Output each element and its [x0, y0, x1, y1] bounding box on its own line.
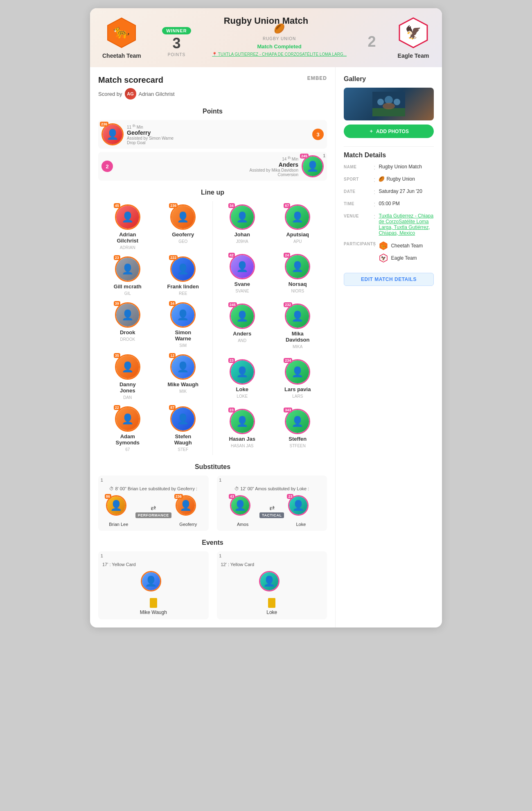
- svg-text:🐆: 🐆: [113, 24, 130, 39]
- participant-cheetah: 🐆 Cheetah Team: [379, 241, 423, 251]
- left-score: 3: [172, 36, 180, 51]
- gallery-image: [344, 88, 434, 120]
- event1-player: Mike Waugh: [140, 609, 167, 615]
- player-card-frank: 👤 222 Frank linden REE: [167, 256, 199, 296]
- avatar-lars: 👤 234: [285, 359, 310, 385]
- points-section-title: Points: [98, 108, 327, 115]
- sub1-from-player: 👤 86 Brian Lee: [106, 495, 131, 527]
- avatar-hasan: 👤 23: [230, 409, 255, 434]
- avatar-svane: 👤 42: [230, 254, 255, 279]
- match-title: Rugby Union Match: [224, 16, 309, 26]
- body-layout: Match scorecard EMBED Scored by AG Adria…: [90, 67, 442, 628]
- detail-participants-row: PARTICIPANTS : 🐆 Cheetah Team 🦅: [344, 241, 434, 263]
- participant-eagle: 🦅 Eagle Team: [379, 253, 423, 263]
- svg-point-9: [383, 103, 395, 109]
- team-left-name: Cheetah Team: [102, 52, 141, 59]
- events-section-title: Events: [98, 539, 327, 546]
- player-ring-anders: 👤 245: [302, 155, 324, 177]
- player-card-mike: 👤 12 Mike Waugh MIK: [167, 354, 199, 400]
- venue-icon: 📍: [212, 52, 217, 57]
- team-right-block: 🦅 Eagle Team: [397, 16, 430, 59]
- number-badge-anders: 245: [300, 154, 309, 159]
- detail-time-row: TIME : 05:00 PM: [344, 201, 434, 208]
- detail-venue-value[interactable]: Tuxtla Gutierrez - Chiapa de CorzoSatéli…: [379, 213, 434, 236]
- match-venue[interactable]: 📍 TUXTLA GUTIERREZ - CHIAPA DE CORZOSATÉ…: [212, 52, 347, 57]
- player-card-adrian: 👤 45 Adrian Gilchrist ADRIAN: [111, 204, 144, 250]
- sub2-header: ⏱ 12' 00" Amos substituted by Loke :: [221, 486, 323, 491]
- player-card-drook: 👤 39 Drook DROOK: [111, 302, 144, 348]
- participant-cheetah-name: Cheetah Team: [391, 243, 423, 249]
- left-score-block: WINNER 3 POINTS: [162, 27, 191, 57]
- sub2-players: 👤 43 Amos ⇄ TACTICAL 👤 23: [221, 495, 323, 527]
- detail-name-label: NAME: [344, 164, 370, 169]
- sub2-from-player: 👤 43 Amos: [230, 495, 255, 527]
- sub2-to-avatar: 👤 23: [288, 495, 313, 521]
- event2-yellow-card: [268, 598, 275, 608]
- add-photos-button[interactable]: ＋ ADD PHOTOS: [344, 125, 434, 138]
- sub-block-1: 1 ⏱ 8' 00" Brian Lee substituted by Geof…: [98, 476, 209, 531]
- sub2-to-player: 👤 23 Loke: [288, 495, 313, 527]
- edit-match-button[interactable]: EDIT MATCH DETAILS: [344, 273, 434, 286]
- sub1-header: ⏱ 8' 00" Brian Lee substituted by Geofer…: [102, 486, 205, 491]
- left-team-lineup: 👤 45 Adrian Gilchrist ADRIAN 👤 236 Geofe…: [98, 201, 212, 455]
- event1-avatar: 👤: [141, 571, 166, 596]
- embed-button[interactable]: EMBED: [307, 75, 327, 81]
- player-card-geoferry: 👤 236 Geoferry GEO: [167, 204, 199, 250]
- svg-text:🐆: 🐆: [381, 243, 386, 249]
- event2-team-num: 1: [219, 554, 222, 558]
- scored-by-label: Scored by: [98, 91, 122, 97]
- detail-name-value: Rugby Union Match: [379, 164, 422, 170]
- team-right-logo: 🦅: [397, 16, 430, 49]
- event-block-1: 1 17' : Yellow Card 👤 Mike Waugh: [98, 551, 209, 619]
- player-card-anders2: 👤 245 Anders AND: [226, 304, 259, 353]
- avatar-anders2: 👤 245: [230, 304, 255, 329]
- center-score-1: 3: [312, 129, 324, 140]
- avatar-drook: 👤 39: [115, 302, 140, 328]
- detail-time-value: 05:00 PM: [379, 201, 399, 206]
- sub-block-2: 1 ⏱ 12' 00" Amos substituted by Loke : 👤…: [217, 476, 327, 531]
- right-score-block: 2: [367, 34, 376, 49]
- player-card-johan: 👤 34 Johan J09HA: [226, 204, 259, 247]
- sub1-from-avatar: 👤 86: [106, 495, 131, 521]
- avatar-frank: 👤 222: [170, 256, 196, 282]
- avatar-adam: 👤 22: [115, 406, 140, 432]
- scorecard-header: Match scorecard EMBED: [98, 75, 327, 85]
- match-status: Match Completed: [257, 43, 301, 50]
- participants-block: 🐆 Cheetah Team 🦅 Eagle Team: [379, 241, 423, 263]
- events-row: 1 17' : Yellow Card 👤 Mike Waugh 1 12' :…: [98, 551, 327, 619]
- sub1-to-player: 👤 236 Geoferry: [176, 495, 201, 527]
- player-card-lars: 👤 234 Lars pavia LARS: [281, 359, 314, 402]
- player-card-danny: 👤 35 Danny Jones DAN: [111, 354, 144, 400]
- detail-date-row: DATE : Saturday 27 Jun '20: [344, 188, 434, 196]
- event2-content: 👤 Loke: [221, 571, 323, 615]
- player-card-hasan: 👤 23 Hasan Jas HASAN JAS: [226, 409, 259, 452]
- detail-date-label: DATE: [344, 188, 370, 194]
- avatar-norsaq: 👤 24: [285, 254, 310, 279]
- player-card-stefen: 👤 87 Stefen Waugh STEF: [167, 406, 199, 452]
- player-card-mika: 👤 232 Mika Davidson MIKA: [281, 304, 314, 353]
- point-left-1: 👤 236 11 th Min Geoferry Assisted by Sim…: [101, 123, 312, 145]
- sub2-from-avatar: 👤 43: [230, 495, 255, 521]
- subs-row: 1 ⏱ 8' 00" Brian Lee substituted by Geof…: [98, 476, 327, 531]
- avatar-steffen: 👤 343: [285, 409, 310, 434]
- avatar-simon: 👤 34: [170, 302, 196, 328]
- event-block-2: 1 12' : Yellow Card 👤 Loke: [217, 551, 327, 619]
- sub1-players: 👤 86 Brian Lee ⇄ PERFORMANCE 👤: [102, 495, 205, 527]
- match-center: Rugby Union Match 🏉 RUGBY UNION Match Co…: [212, 23, 347, 57]
- detail-time-label: TIME: [344, 201, 370, 206]
- player-info-anders: 14 th Min Anders Assisted by Mika Davids…: [250, 156, 299, 177]
- sport-icon: 🏉: [379, 176, 385, 182]
- scored-by-row: Scored by AG Adrian Gilchrist: [98, 88, 327, 100]
- team-left-block: 🐆 Cheetah Team: [102, 16, 141, 59]
- lineup-container: 👤 45 Adrian Gilchrist ADRIAN 👤 236 Geofe…: [98, 201, 327, 455]
- avatar-adrian: 👤 45: [115, 204, 140, 230]
- avatar-aputsiaq: 👤 67: [285, 204, 310, 230]
- winner-badge: WINNER: [162, 27, 191, 34]
- player-card-adam: 👤 22 Adam Symonds 67: [111, 406, 144, 452]
- lineup-section-title: Line up: [98, 189, 327, 196]
- avatar-stefen: 👤 87: [170, 406, 196, 432]
- player-ring-geoferry: 👤 236: [101, 123, 124, 145]
- detail-date-value: Saturday 27 Jun '20: [379, 188, 422, 194]
- left-points-label: POINTS: [168, 52, 185, 57]
- player-card-loke: 👤 23 Loke LOKE: [226, 359, 259, 402]
